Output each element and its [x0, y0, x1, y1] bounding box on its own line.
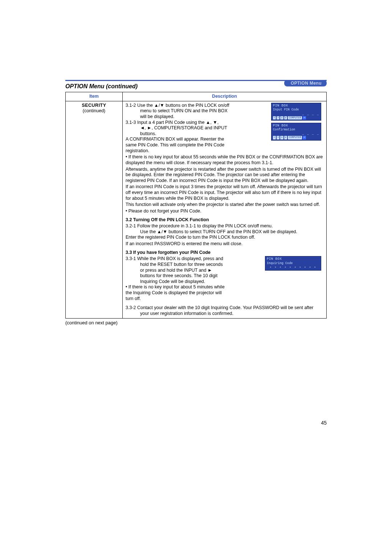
pinbox-dashes-2: _ _ _ _: [273, 132, 319, 135]
pinbox-confirmation: PIN BOX Confirmation _ _ _ _ < > ∧ ∨ COM…: [271, 123, 321, 141]
step-3-1-2-a: 3.1-2 Use the ▲/▼ buttons on the PIN LOC…: [126, 103, 234, 109]
key-down-icon: ∨: [284, 116, 287, 119]
step-3-2-1-a: 3.2-1 Follow the procedure in 3.1-1 to d…: [126, 223, 323, 229]
inquiry-code: * * * * * * * * * *: [267, 266, 319, 270]
bullet-55sec: • If there is no key input for about 55 …: [126, 154, 323, 166]
page-number: 45: [0, 420, 392, 426]
option-table: Item Description SECURITY (continued) 3.…: [65, 92, 327, 319]
step-3-3-1-a: 3.3-1 While the PIN BOX is displayed, pr…: [126, 256, 225, 262]
step-3-1-3-a: 3.1-3 Input a 4 part PIN Code using the …: [126, 120, 234, 126]
key-left-icon: <: [273, 116, 276, 119]
pinbox-input: PIN BOX Input PIN Code _ _ _ _ < > ∧ ∨ C…: [271, 103, 321, 121]
item-cell: SECURITY (continued): [66, 101, 123, 318]
bullet-forget: • Please do not forget your PIN Code.: [126, 208, 323, 214]
inquiry-title: PIN BOX: [267, 257, 319, 261]
step-3-3-1-b: hold the RESET button for three seconds …: [126, 262, 225, 285]
key-up-icon: ∧: [280, 116, 283, 119]
wrong-password-text: If an incorrect PASSWORD is entered the …: [126, 241, 323, 247]
key-enter-icon: ⏎: [303, 116, 306, 119]
breadcrumb: OPTION Menu: [284, 80, 327, 86]
pinbox-dashes: _ _ _ _: [273, 112, 319, 116]
activate-text: This function will activate only when th…: [126, 202, 323, 208]
afterwards-text: Afterwards, anytime the projector is res…: [126, 167, 323, 184]
pinbox-conf-sub: Confirmation: [273, 128, 319, 132]
key-down-icon: ∨: [284, 136, 287, 139]
step-3-1-2-b: menu to select TURN ON and the PIN BOX w…: [126, 108, 234, 119]
step-3-3-2: 3.3-2 Contact your dealer with the 10 di…: [126, 305, 323, 316]
description-cell: 3.1-2 Use the ▲/▼ buttons on the PIN LOC…: [123, 101, 327, 318]
continued-note: (continued on next page): [65, 320, 327, 325]
inquiry-box: PIN BOX Inquiring Code * * * * * * * * *…: [265, 256, 321, 271]
key-right-icon: >: [277, 136, 279, 139]
pinbox-title-2: PIN BOX: [273, 124, 319, 128]
confirmation-text: A CONFIRMATION BOX will appear. Reenter …: [126, 137, 234, 154]
enter-off-text: Enter the registered PIN Code to turn th…: [126, 235, 323, 240]
incorrect-3times: If an incorrect PIN Code is input 3 time…: [126, 184, 323, 201]
key-left-icon: <: [273, 136, 276, 139]
inquiry-sub: Inquiring Code: [267, 262, 319, 266]
key-computer: COMPUTER: [288, 136, 302, 139]
pinbox-figures: PIN BOX Input PIN Code _ _ _ _ < > ∧ ∨ C…: [271, 103, 321, 141]
col-description: Description: [123, 92, 327, 101]
header-rule: OPTION Menu: [65, 80, 327, 81]
item-name: SECURITY: [69, 103, 119, 109]
item-continued: (continued): [69, 108, 119, 114]
subhead-3-3: 3.3 If you have forgotten your PIN Code: [126, 250, 323, 256]
key-computer: COMPUTER: [288, 116, 302, 119]
inquiry-figure: PIN BOX Inquiring Code * * * * * * * * *…: [265, 256, 321, 271]
pinbox-sub: Input PIN Code: [273, 108, 319, 112]
subhead-3-2: 3.2 Turning Off the PIN LOCK Function: [126, 217, 323, 223]
pinbox-title: PIN BOX: [273, 104, 319, 108]
bullet-5min: • If there is no key input for about 5 m…: [126, 284, 225, 301]
key-right-icon: >: [277, 116, 279, 119]
key-up-icon: ∧: [280, 136, 283, 139]
step-3-1-3-b: ◄, ►, COMPUTER/STORAGE and INPUT buttons…: [126, 125, 234, 137]
table-row: SECURITY (continued) 3.1-2 Use the ▲/▼ b…: [66, 101, 327, 318]
pinbox-keys-2: < > ∧ ∨ COMPUTER ⏎: [273, 136, 319, 139]
step-3-2-1-b: Use the ▲/▼ buttons to select TURN OFF a…: [126, 229, 323, 235]
key-enter-icon: ⏎: [303, 136, 306, 139]
col-item: Item: [66, 92, 123, 101]
pinbox-keys: < > ∧ ∨ COMPUTER ⏎: [273, 116, 319, 119]
